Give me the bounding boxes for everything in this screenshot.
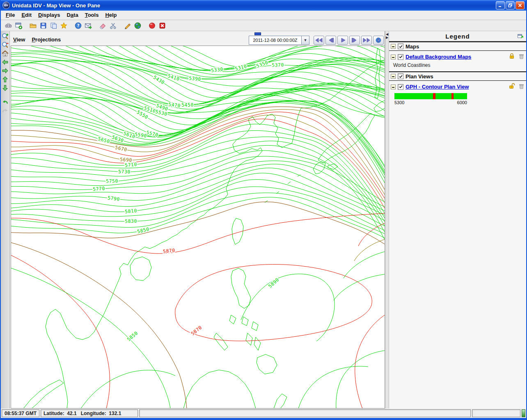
map-menu-projections[interactable]: Projections bbox=[30, 36, 66, 44]
help-icon[interactable]: ? bbox=[73, 21, 83, 30]
menu-help[interactable]: Help bbox=[103, 11, 121, 19]
chevron-down-icon[interactable]: ▼ bbox=[301, 36, 309, 45]
contour-label-5730: 5730 bbox=[118, 169, 131, 175]
coastline bbox=[254, 337, 261, 350]
menu-bar: FileEditDisplaysDataToolsHelp bbox=[1, 11, 526, 20]
time-rewind-button[interactable] bbox=[314, 36, 324, 45]
contour-line-5700 bbox=[11, 119, 385, 214]
console-icon[interactable] bbox=[3, 21, 13, 30]
pan-up-icon[interactable] bbox=[2, 75, 9, 83]
maps-checkbox[interactable] bbox=[398, 43, 403, 49]
time-animation-controls: 2011-12-08 00:00:00Z ▼ i bbox=[249, 32, 384, 45]
contour-map[interactable]: 5310533053505370539054105430545054705490… bbox=[11, 46, 385, 409]
lock-closed-icon[interactable] bbox=[509, 53, 515, 61]
contour-label-5390: 5390 bbox=[189, 75, 202, 82]
colorbar-max: 6000 bbox=[457, 100, 467, 105]
contour-line-5340 bbox=[11, 46, 385, 70]
gph-checkbox[interactable] bbox=[398, 84, 403, 90]
viewpoint-toolbar bbox=[1, 31, 10, 409]
menu-file[interactable]: File bbox=[3, 11, 19, 19]
collapse-icon[interactable] bbox=[391, 74, 396, 79]
edit-icon[interactable] bbox=[122, 21, 132, 30]
panel-splitter[interactable]: ◀ ▶ bbox=[385, 31, 389, 409]
erase-displays-icon[interactable] bbox=[98, 21, 108, 30]
contour-line-5490 bbox=[11, 63, 385, 112]
menu-edit[interactable]: Edit bbox=[19, 11, 36, 19]
new-display-window-icon[interactable] bbox=[14, 21, 23, 30]
color-scale-bar[interactable] bbox=[394, 93, 467, 99]
exit-icon[interactable] bbox=[157, 21, 167, 30]
title-bar: Unidata IDV - Map View - One Pane bbox=[1, 0, 526, 11]
group-label: Maps bbox=[406, 43, 419, 50]
projections-globe-icon[interactable] bbox=[133, 21, 142, 30]
coastline bbox=[214, 333, 228, 350]
contour-line-5860 bbox=[11, 242, 187, 409]
trash-icon[interactable] bbox=[518, 83, 525, 91]
home-view-icon[interactable] bbox=[2, 50, 9, 57]
time-step-marker bbox=[254, 32, 261, 35]
support-request-icon[interactable] bbox=[83, 21, 93, 30]
minimize-button[interactable] bbox=[496, 1, 505, 9]
contour-label-5710: 5710 bbox=[125, 161, 137, 168]
collapse-icon[interactable] bbox=[391, 55, 396, 59]
time-select[interactable]: 2011-12-08 00:00:00Z ▼ bbox=[249, 36, 309, 45]
zoom-in-icon[interactable] bbox=[2, 32, 9, 40]
time-info-button[interactable]: i bbox=[373, 36, 384, 45]
time-fast-forward-button[interactable] bbox=[361, 36, 372, 45]
time-play-button[interactable] bbox=[337, 36, 348, 45]
contour-line-5420 bbox=[11, 47, 385, 98]
animation-buttons: i bbox=[314, 36, 384, 45]
pan-right-icon[interactable] bbox=[2, 67, 9, 74]
contour-label-5410: 5410 bbox=[167, 73, 180, 82]
restore-button[interactable] bbox=[506, 1, 515, 9]
close-button[interactable] bbox=[516, 1, 525, 9]
group-label: Plan Views bbox=[406, 73, 433, 80]
favorites-icon[interactable] bbox=[59, 21, 69, 30]
map-view-panel: ViewProjections 2011-12-08 00:00:00Z ▼ i… bbox=[10, 31, 385, 409]
open-file-icon[interactable] bbox=[28, 21, 38, 30]
contour-line-5640 bbox=[11, 102, 385, 185]
redo-icon[interactable] bbox=[2, 107, 9, 114]
window-title: Unidata IDV - Map View - One Pane bbox=[12, 2, 495, 9]
copy-display-icon[interactable] bbox=[48, 21, 58, 30]
map-menu-view[interactable]: View bbox=[11, 36, 30, 44]
menu-data[interactable]: Data bbox=[64, 11, 82, 19]
trash-icon[interactable] bbox=[518, 53, 525, 61]
coastline bbox=[23, 380, 64, 409]
time-step-back-button[interactable] bbox=[325, 36, 336, 45]
splitter-collapse-buttons[interactable]: ◀ ▶ bbox=[385, 33, 389, 39]
collapse-icon[interactable] bbox=[391, 84, 396, 89]
contour-line-5890 bbox=[241, 274, 335, 341]
contour-line-5730 bbox=[11, 137, 385, 227]
lock-open-icon[interactable] bbox=[509, 83, 515, 91]
contour-label-5590: 5590 bbox=[134, 131, 147, 139]
legend-group-plan-views: Plan Views bbox=[389, 71, 526, 81]
collapse-right-icon[interactable]: ▶ bbox=[386, 36, 388, 39]
gph-colorbar[interactable]: 5300 6000 bbox=[389, 91, 526, 105]
menu-tools[interactable]: Tools bbox=[82, 11, 103, 19]
save-icon[interactable] bbox=[38, 21, 48, 30]
status-message-area bbox=[139, 409, 471, 417]
background-maps-link[interactable]: Default Background Maps bbox=[406, 54, 471, 60]
cancel-loads-icon[interactable] bbox=[147, 21, 157, 30]
collapse-icon[interactable] bbox=[391, 44, 396, 49]
menu-displays[interactable]: Displays bbox=[36, 11, 64, 19]
cut-displays-icon[interactable] bbox=[108, 21, 118, 30]
undo-icon[interactable] bbox=[2, 98, 9, 106]
background-maps-checkbox[interactable] bbox=[398, 54, 403, 60]
contour-label-5870: 5870 bbox=[163, 247, 175, 254]
gph-contour-link[interactable]: GPH - Contour Plan View bbox=[406, 84, 469, 90]
contour-line-5870 bbox=[11, 254, 110, 409]
plan-views-checkbox[interactable] bbox=[398, 73, 403, 79]
contour-line-5890 bbox=[334, 274, 385, 300]
contour-label-5850: 5850 bbox=[137, 226, 150, 234]
map-display[interactable]: 5310533053505370539054105430545054705490… bbox=[11, 46, 385, 409]
float-legend-icon[interactable] bbox=[517, 33, 524, 41]
pan-down-icon[interactable] bbox=[2, 84, 9, 91]
time-step-forward-button[interactable] bbox=[349, 36, 360, 45]
legend-item-background-maps: Default Background Maps bbox=[389, 51, 526, 62]
pan-left-icon[interactable] bbox=[2, 58, 9, 66]
contour-line-5810 bbox=[11, 173, 385, 222]
contour-label-5450: 5450 bbox=[181, 102, 194, 108]
zoom-out-icon[interactable] bbox=[2, 41, 9, 48]
